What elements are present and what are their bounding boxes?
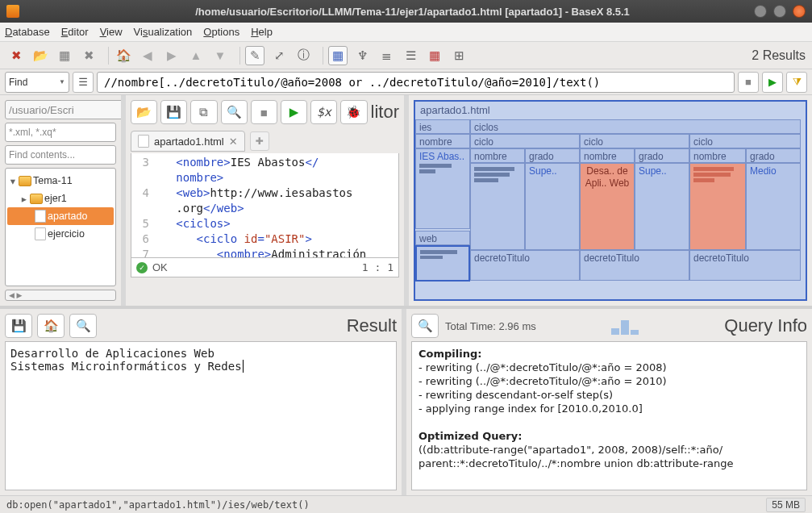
cell-grado1-val[interactable]: Supe.. bbox=[525, 163, 580, 250]
tree-folder-tema11[interactable]: ▾Tema-11 bbox=[7, 172, 114, 190]
cell-nombre3-val[interactable] bbox=[689, 163, 746, 250]
doc-icon[interactable]: ☰ bbox=[73, 72, 94, 93]
project-tree[interactable]: ▾Tema-11 ▸ejer1 apartado ejercicio bbox=[5, 168, 116, 286]
cell-ies[interactable]: ies bbox=[415, 119, 470, 134]
cell-grado1[interactable]: grado bbox=[525, 148, 580, 163]
cell-ciclo2[interactable]: ciclo bbox=[580, 134, 689, 148]
query-info-output[interactable]: Compiling: - rewriting (../@*:decretoTit… bbox=[411, 341, 807, 490]
xquery-input[interactable] bbox=[97, 72, 735, 93]
cell-ciclos[interactable]: ciclos bbox=[470, 119, 801, 134]
menu-visualization[interactable]: Visualization bbox=[134, 26, 193, 38]
back-button[interactable]: ◀ bbox=[138, 46, 157, 65]
cell-decreto3[interactable]: decretoTitulo bbox=[689, 250, 801, 281]
result-output[interactable]: Desarrollo de Aplicaciones Web Sistemas … bbox=[5, 341, 397, 490]
optimized-header: Optimized Query: bbox=[418, 430, 522, 442]
cell-iesabas[interactable]: IES Abas.. bbox=[415, 148, 470, 229]
nav-path-input[interactable] bbox=[5, 100, 121, 119]
cell-grado3[interactable]: grado bbox=[746, 148, 801, 163]
editor-open-button[interactable]: 📂 bbox=[131, 100, 157, 124]
code-editor[interactable]: 3 <nombre>IES Abastos</ nombre> 4 <web>h… bbox=[131, 153, 399, 258]
result-search-button[interactable]: 🔍 bbox=[69, 314, 97, 338]
query-bar: Find ☰ ■ ▶ ⧩ bbox=[0, 69, 812, 95]
down-button[interactable]: ▼ bbox=[210, 46, 230, 65]
editor-search-button[interactable]: 🔍 bbox=[221, 100, 248, 124]
info-search-button[interactable]: 🔍 bbox=[411, 314, 439, 338]
editor-panel: 📂 💾 ⧉ 🔍 ■ ▶ $x 🐞 litor apartado1.html ✕ … bbox=[126, 95, 404, 306]
cell-nombre1-val[interactable] bbox=[470, 163, 525, 250]
window-maximize-button[interactable] bbox=[773, 5, 786, 18]
up-button[interactable]: ▲ bbox=[186, 46, 206, 65]
results-count: 2 Results bbox=[752, 48, 806, 63]
project-nav-panel: … *.xml, *.xq* Find contents... ▾Tema-11… bbox=[0, 95, 121, 306]
window-close-button[interactable] bbox=[793, 5, 806, 18]
home-button[interactable]: 🏠 bbox=[114, 46, 133, 65]
close-button[interactable]: ✖ bbox=[79, 46, 98, 65]
nav-hscroll[interactable]: ◀ ▶ bbox=[5, 290, 116, 301]
status-ok-icon: ✓ bbox=[136, 262, 148, 273]
result-caret bbox=[243, 360, 244, 373]
expand-button[interactable]: ⤢ bbox=[269, 46, 289, 65]
window-title: /home/usuario/Escritorio/LLMM/Tema-11/ej… bbox=[195, 6, 630, 18]
editor-tab-apartado1[interactable]: apartado1.html ✕ bbox=[131, 131, 245, 152]
main-toolbar: ✖ 📂 ▦ ✖ 🏠 ◀ ▶ ▲ ▼ ✎ ⤢ ⓘ ▦ ♆ ≣ ☰ ▦ ⊞ 2 Re… bbox=[0, 42, 812, 69]
cell-decreto1[interactable]: decretoTitulo bbox=[470, 250, 580, 281]
editor-run-button[interactable]: ▶ bbox=[281, 100, 307, 124]
menu-view[interactable]: View bbox=[100, 26, 123, 38]
menu-database[interactable]: Database bbox=[5, 26, 50, 38]
total-time: Total Time: 2.96 ms bbox=[445, 320, 536, 332]
result-home-button[interactable]: 🏠 bbox=[37, 314, 65, 338]
cell-ciclo1[interactable]: ciclo bbox=[470, 134, 580, 148]
editor-stop-button[interactable]: ■ bbox=[251, 100, 277, 124]
tree-file-ejercicio[interactable]: ejercicio bbox=[7, 225, 114, 243]
cell-desa[interactable]: Desa.. de Apli.. Web bbox=[580, 163, 635, 250]
view-graph-button[interactable]: ⊞ bbox=[449, 46, 468, 65]
viz-file-label: apartado1.html bbox=[415, 102, 806, 119]
tab-close-button[interactable]: ✕ bbox=[229, 136, 238, 148]
editor-save-button[interactable]: 💾 bbox=[160, 100, 187, 124]
view-table-button[interactable]: ▦ bbox=[425, 46, 444, 65]
view-tree-button[interactable]: ♆ bbox=[352, 46, 372, 65]
tree-file-apartado1[interactable]: apartado bbox=[7, 207, 114, 225]
run-query-button[interactable]: ▶ bbox=[762, 72, 783, 93]
edit-button[interactable]: ✎ bbox=[245, 46, 264, 65]
tab-label: apartado1.html bbox=[154, 136, 224, 148]
open-button[interactable]: 📂 bbox=[31, 46, 50, 65]
editor-debug-button[interactable]: 🐞 bbox=[340, 100, 367, 124]
info-button[interactable]: ⓘ bbox=[294, 46, 313, 65]
cell-decreto2[interactable]: decretoTitulo bbox=[580, 250, 689, 281]
cell-grado2-val[interactable]: Supe.. bbox=[635, 163, 689, 250]
tab-add-button[interactable]: ✚ bbox=[250, 131, 269, 151]
menubar: Database Editor View Visualization Optio… bbox=[0, 23, 812, 42]
menu-help[interactable]: Help bbox=[251, 26, 273, 38]
filter-button[interactable]: ⧩ bbox=[786, 72, 807, 93]
editor-var-button[interactable]: $x bbox=[310, 100, 337, 124]
editor-history-button[interactable]: ⧉ bbox=[190, 100, 217, 124]
stop-query-button[interactable]: ■ bbox=[738, 72, 759, 93]
cell-grado2[interactable]: grado bbox=[635, 148, 689, 163]
cell-nombre2[interactable]: nombre bbox=[580, 148, 635, 163]
menu-editor[interactable]: Editor bbox=[61, 26, 89, 38]
nav-find-input[interactable]: Find contents... bbox=[5, 145, 116, 165]
cell-web-h[interactable]: web bbox=[415, 231, 470, 245]
menu-options[interactable]: Options bbox=[203, 26, 239, 38]
cell-nombre-h[interactable]: nombre bbox=[415, 134, 470, 148]
window-minimize-button[interactable] bbox=[754, 5, 767, 18]
cell-nombre1[interactable]: nombre bbox=[470, 148, 525, 163]
fwd-button[interactable]: ▶ bbox=[162, 46, 181, 65]
cell-web[interactable] bbox=[415, 245, 470, 282]
timing-chart-icon bbox=[611, 317, 643, 335]
tree-folder-ejer1[interactable]: ▸ejer1 bbox=[7, 190, 114, 207]
cell-nombre3[interactable]: nombre bbox=[689, 148, 746, 163]
new-db-button[interactable]: ✖ bbox=[6, 46, 26, 65]
treemap-view[interactable]: apartado1.html ies nombre IES Abas.. web… bbox=[414, 100, 807, 301]
find-mode-select[interactable]: Find bbox=[5, 72, 69, 93]
nav-filter-input[interactable]: *.xml, *.xq* bbox=[5, 123, 116, 142]
cell-ciclo3[interactable]: ciclo bbox=[689, 134, 801, 148]
view-map-button[interactable]: ▦ bbox=[328, 46, 348, 65]
cell-grado3-val[interactable]: Medio bbox=[746, 163, 801, 250]
editor-status: ✓ OK 1 : 1 bbox=[131, 258, 399, 277]
grid-button[interactable]: ▦ bbox=[55, 46, 74, 65]
view-list-button[interactable]: ≣ bbox=[377, 46, 396, 65]
result-save-button[interactable]: 💾 bbox=[5, 314, 32, 338]
view-folder-button[interactable]: ☰ bbox=[401, 46, 420, 65]
